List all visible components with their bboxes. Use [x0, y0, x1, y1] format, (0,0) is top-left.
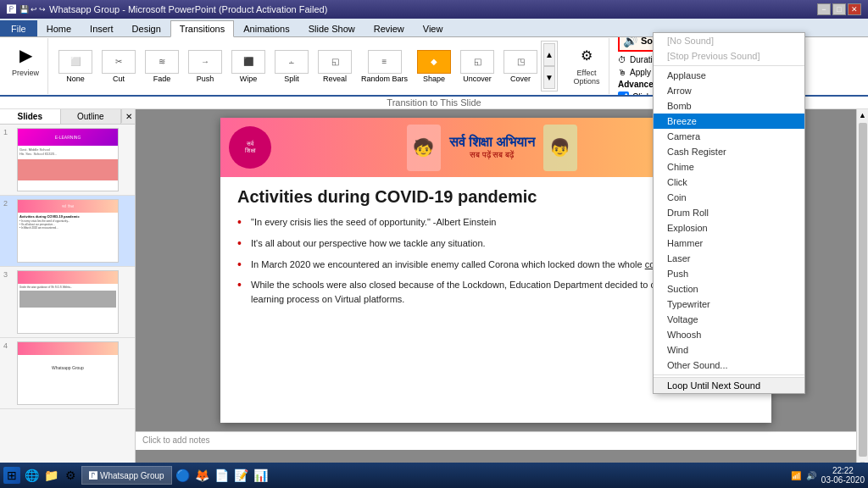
dropdown-item-arrow[interactable]: Arrow	[654, 83, 804, 98]
dropdown-item-coin[interactable]: Coin	[654, 190, 804, 205]
bullet-dot-3: •	[237, 258, 246, 272]
taskbar-excel-icon[interactable]: 📊	[253, 467, 270, 484]
transition-list: ⬜ None ✂ Cut ≋ Fade → Push ⬛ Wipe ⫠ Spli…	[55, 48, 541, 85]
trans-randombars[interactable]: ≡ Random Bars	[358, 48, 411, 85]
effect-options-button[interactable]: ⚙ EffectOptions	[570, 40, 604, 87]
taskbar-firefox-icon[interactable]: 🦊	[194, 467, 211, 484]
taskbar-chrome-icon[interactable]: 🔵	[175, 467, 192, 484]
title-bar-left: 🅿 💾 ↩ ↪ Whatsapp Group - Microsoft Power…	[7, 4, 327, 14]
banner-hindi-text: सर्व शिक्षा अभियान	[449, 135, 535, 150]
dropdown-item-explosion[interactable]: Explosion	[654, 220, 804, 236]
slide-thumb-1[interactable]: 1 E-LEARNING Govt. Middle SchoolHtr. Sec…	[0, 125, 135, 196]
trans-cut[interactable]: ✂ Cut	[98, 48, 139, 85]
tab-insert[interactable]: Insert	[81, 20, 123, 36]
slides-list: 1 E-LEARNING Govt. Middle SchoolHtr. Sec…	[0, 125, 135, 470]
dropdown-sep-2	[654, 374, 804, 375]
trans-split[interactable]: ⫠ Split	[271, 48, 312, 85]
scroll-down[interactable]: ▼	[543, 66, 555, 89]
outline-tab[interactable]: Outline	[61, 109, 122, 124]
taskbar-ie-icon[interactable]: 🌐	[23, 467, 40, 484]
dropdown-item-typewriter[interactable]: Typewriter	[654, 297, 804, 312]
bullet-text-2: It's all about our perspective how we ta…	[251, 236, 486, 251]
trans-none-box: ⬜	[58, 50, 92, 74]
scroll-thumb[interactable]	[859, 123, 867, 457]
tab-file[interactable]: File	[0, 20, 37, 36]
scroll-arrows: ▲ ▼	[541, 41, 558, 92]
taskbar-pdf-icon[interactable]: 📄	[214, 467, 231, 484]
quick-undo[interactable]: ↩	[31, 5, 37, 14]
trans-fade[interactable]: ≋ Fade	[142, 48, 182, 85]
start-button[interactable]: ⊞	[3, 467, 20, 484]
quick-save[interactable]: 💾	[19, 5, 29, 14]
quick-redo[interactable]: ↪	[39, 5, 46, 14]
bullet-dot-4: •	[237, 278, 246, 292]
bullet-dot-1: •	[237, 215, 246, 230]
tab-design[interactable]: Design	[123, 20, 170, 36]
sound-icon: 🔊	[623, 37, 637, 47]
trans-cover[interactable]: ◳ Cover	[500, 48, 541, 85]
dropdown-sep-1	[654, 65, 804, 66]
slides-panel-tabs: Slides Outline ✕	[0, 109, 135, 125]
trans-fade-box: ≋	[145, 50, 179, 74]
vertical-scrollbar[interactable]: ▲ ▼	[856, 109, 868, 470]
app-icons-quick: 💾 ↩ ↪	[19, 5, 46, 14]
slide-thumb-2[interactable]: 2 सर्व शिक्षा Activities during COVID-19…	[0, 196, 135, 267]
tab-home[interactable]: Home	[37, 20, 81, 36]
dropdown-item-suction[interactable]: Suction	[654, 281, 804, 297]
trans-wipe[interactable]: ⬛ Wipe	[228, 48, 269, 85]
dropdown-item-stopprev[interactable]: [Stop Previous Sound]	[654, 48, 804, 64]
scroll-up-btn[interactable]: ▲	[857, 109, 868, 121]
tab-review[interactable]: Review	[364, 20, 414, 36]
dropdown-item-drumroll[interactable]: Drum Roll	[654, 205, 804, 220]
dropdown-item-wind[interactable]: Wind	[654, 342, 804, 358]
tab-animations[interactable]: Animations	[234, 20, 298, 36]
close-button[interactable]: ✕	[848, 3, 861, 15]
trans-cut-box: ✂	[102, 50, 136, 74]
dropdown-item-push[interactable]: Push	[654, 266, 804, 281]
ribbon-group-preview: ▶ Preview	[3, 38, 48, 94]
scroll-up[interactable]: ▲	[543, 43, 555, 66]
effect-options-icon: ⚙	[573, 42, 600, 69]
slides-tab[interactable]: Slides	[0, 109, 61, 124]
trans-reveal[interactable]: ◱ Reveal	[314, 48, 355, 85]
trans-none[interactable]: ⬜ None	[55, 48, 96, 85]
slide-preview-2: सर्व शिक्षा Activities during COVID-19 p…	[17, 199, 119, 263]
dropdown-item-camera[interactable]: Camera	[654, 129, 804, 144]
panel-close-button[interactable]: ✕	[121, 109, 135, 123]
tab-transitions[interactable]: Transitions	[170, 20, 234, 37]
trans-shape[interactable]: ◆ Shape	[414, 48, 454, 85]
taskbar-file-icon[interactable]: 📁	[42, 467, 59, 484]
dropdown-item-breeze[interactable]: Breeze	[654, 114, 804, 129]
dropdown-item-whoosh[interactable]: Whoosh	[654, 327, 804, 342]
trans-uncover[interactable]: ◱ Uncover	[457, 48, 498, 85]
maximize-button[interactable]: □	[832, 3, 846, 15]
slide-thumb-3[interactable]: 3 Under the wise guidance of Sh S.G.S. M…	[0, 267, 135, 338]
taskbar-volume-icon: 🔊	[806, 471, 816, 480]
dropdown-item-laser[interactable]: Laser	[654, 251, 804, 266]
ribbon-group-effect: ⚙ EffectOptions	[565, 38, 609, 94]
taskbar-word-icon[interactable]: 📝	[233, 467, 250, 484]
preview-icon: ▶	[12, 42, 39, 69]
dropdown-item-chime[interactable]: Chime	[654, 159, 804, 175]
preview-button[interactable]: ▶ Preview	[8, 40, 42, 79]
effect-options-label: EffectOptions	[574, 69, 600, 86]
bullet-text-3: In March 2020 we encountered an invisibl…	[251, 258, 677, 272]
dropdown-footer-loop[interactable]: Loop Until Next Sound	[654, 377, 804, 393]
tab-view[interactable]: View	[414, 20, 453, 36]
slide-thumb-4[interactable]: 4 Whatsapp Group	[0, 338, 135, 409]
dropdown-item-bomb[interactable]: Bomb	[654, 98, 804, 114]
taskbar-settings-icon[interactable]: ⚙	[62, 467, 79, 484]
taskbar-powerpoint-btn[interactable]: 🅿 Whatsapp Group	[81, 466, 172, 485]
ribbon-group-transitions: ⬜ None ✂ Cut ≋ Fade → Push ⬛ Wipe ⫠ Spli…	[50, 38, 563, 94]
dropdown-item-voltage[interactable]: Voltage	[654, 312, 804, 327]
dropdown-item-nosound[interactable]: [No Sound]	[654, 33, 804, 48]
dropdown-item-hammer[interactable]: Hammer	[654, 236, 804, 251]
dropdown-item-applause[interactable]: Applause	[654, 68, 804, 83]
tab-slideshow[interactable]: Slide Show	[299, 20, 364, 36]
dropdown-item-click[interactable]: Click	[654, 175, 804, 190]
dropdown-item-cashregister[interactable]: Cash Register	[654, 144, 804, 159]
dropdown-item-othersound[interactable]: Other Sound...	[654, 358, 804, 373]
minimize-button[interactable]: −	[817, 3, 831, 15]
trans-push[interactable]: → Push	[185, 48, 225, 85]
notes-bar[interactable]: Click to add notes	[136, 431, 856, 450]
